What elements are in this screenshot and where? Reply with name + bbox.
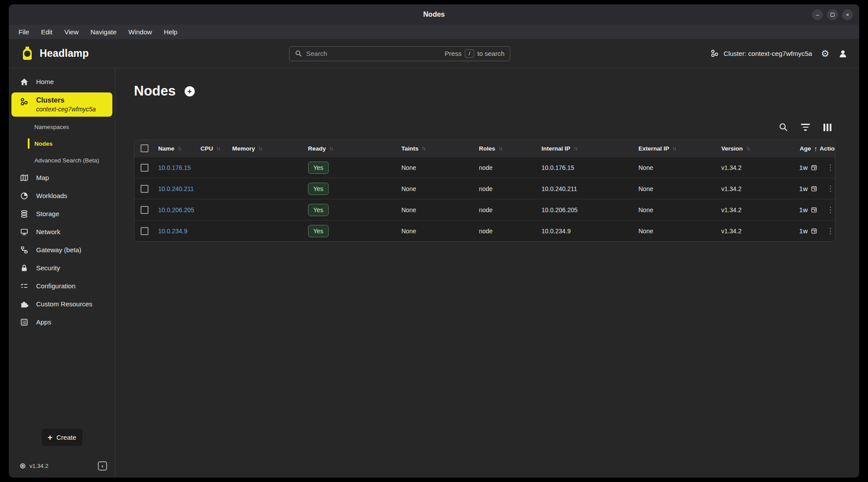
column-header-ready[interactable]: Ready↑↓ (308, 145, 401, 152)
columns-icon[interactable] (822, 122, 833, 132)
menu-navigate[interactable]: Navigate (90, 28, 116, 36)
search-icon (295, 50, 302, 57)
user-account-icon[interactable] (838, 49, 848, 59)
nodes-table: Name↑↓ CPU↑↓ Memory↑↓ Ready↑↓ Taints↑↓ R… (134, 140, 835, 242)
sidebar-item-network[interactable]: Network (9, 223, 115, 241)
sidebar-item-configuration[interactable]: Configuration (9, 277, 115, 295)
menu-bar: File Edit View Navigate Window Help (9, 25, 859, 39)
column-header-internal-ip[interactable]: Internal IP↑↓ (542, 145, 638, 152)
sidebar-item-home[interactable]: Home (9, 73, 115, 91)
search-input[interactable] (306, 50, 441, 57)
sidebar-item-gateway[interactable]: Gateway (beta) (9, 241, 115, 259)
sidebar-item-clusters[interactable]: Clusters context-ceg7wfmyc5a (11, 92, 112, 117)
ready-status-badge: Yes (308, 183, 329, 195)
title-bar[interactable]: Nodes – × (9, 4, 859, 25)
create-button[interactable]: + Create (42, 429, 82, 446)
search-shortcut-hint: Press / to search (445, 49, 504, 58)
taints-cell: None (401, 164, 479, 171)
column-header-roles[interactable]: Roles↑↓ (479, 145, 542, 152)
sidebar-item-workloads[interactable]: Workloads (9, 187, 115, 205)
menu-file[interactable]: File (19, 28, 29, 36)
table-search-icon[interactable] (778, 122, 789, 132)
column-header-cpu[interactable]: CPU↑↓ (200, 145, 232, 152)
row-actions-menu[interactable]: ⋮ (827, 226, 835, 235)
node-name-link[interactable]: 10.0.206.205 (158, 206, 200, 213)
node-name-link[interactable]: 10.0.240.211 (158, 185, 200, 192)
column-header-external-ip[interactable]: External IP↑↓ (638, 145, 721, 152)
filter-icon[interactable] (800, 122, 811, 132)
menu-view[interactable]: View (64, 28, 78, 36)
sidebar-item-apps[interactable]: Apps (9, 313, 115, 331)
settings-gear-icon[interactable]: ⚙ (821, 48, 829, 59)
calendar-icon (811, 206, 817, 213)
version-cell: v1.34.2 (721, 228, 780, 235)
cluster-label: Cluster: context-ceg7wfmyc5a (723, 50, 812, 57)
version-cell: v1.34.2 (721, 164, 780, 171)
version-cell: v1.34.2 (721, 185, 780, 192)
age-cell: 1w (780, 164, 818, 171)
table-row: 10.0.176.15 Yes None node 10.0.176.15 No… (134, 157, 835, 178)
column-header-name[interactable]: Name↑↓ (158, 145, 200, 152)
sort-ascending-icon: ↑ (814, 145, 818, 152)
select-all-checkbox[interactable] (141, 144, 148, 152)
row-actions-menu[interactable]: ⋮ (827, 184, 835, 193)
sort-icon: ↑↓ (258, 145, 262, 151)
row-checkbox[interactable] (141, 206, 148, 214)
brand[interactable]: Headlamp (20, 46, 89, 61)
sidebar-item-advanced-search[interactable]: Advanced Search (Beta) (9, 152, 115, 169)
column-header-taints[interactable]: Taints↑↓ (401, 145, 479, 152)
table-header-row: Name↑↓ CPU↑↓ Memory↑↓ Ready↑↓ Taints↑↓ R… (134, 140, 835, 157)
column-header-version[interactable]: Version↑↓ (721, 145, 780, 152)
window-title: Nodes (423, 11, 445, 18)
taints-cell: None (401, 185, 479, 192)
sidebar-item-namespaces[interactable]: Namespaces (9, 118, 115, 135)
sidebar-item-nodes[interactable]: Nodes (9, 135, 115, 152)
maximize-button[interactable] (827, 9, 838, 20)
ready-status-badge: Yes (308, 204, 329, 216)
menu-edit[interactable]: Edit (41, 28, 52, 36)
menu-window[interactable]: Window (128, 28, 152, 36)
menu-help[interactable]: Help (164, 28, 178, 36)
minimize-button[interactable]: – (812, 9, 823, 20)
calendar-icon (811, 228, 817, 234)
node-name-link[interactable]: 10.0.176.15 (158, 164, 200, 171)
sidebar-item-security[interactable]: Security (9, 259, 115, 277)
cluster-context-label: context-ceg7wfmyc5a (36, 106, 96, 113)
calendar-icon (811, 185, 817, 192)
sidebar-collapse-button[interactable]: ‹ (98, 461, 107, 471)
cluster-selector[interactable]: Cluster: context-ceg7wfmyc5a (710, 49, 812, 58)
node-name-link[interactable]: 10.0.234.9 (158, 228, 200, 235)
version-label: v1.34.2 (30, 463, 48, 469)
clusters-label: Clusters (36, 96, 96, 104)
row-checkbox[interactable] (141, 164, 148, 172)
age-cell: 1w (780, 185, 818, 192)
column-header-memory[interactable]: Memory↑↓ (232, 145, 308, 152)
row-actions-menu[interactable]: ⋮ (827, 163, 835, 172)
calendar-icon (811, 164, 817, 171)
close-button[interactable]: × (842, 9, 853, 20)
table-row: 10.0.206.205 Yes None node 10.0.206.205 … (134, 199, 835, 220)
create-node-button[interactable]: + (185, 86, 195, 96)
network-icon (19, 227, 29, 236)
sidebar-item-storage[interactable]: Storage (9, 205, 115, 223)
sort-icon: ↑↓ (672, 145, 676, 151)
internal-ip-cell: 10.0.206.205 (542, 206, 638, 213)
sidebar-footer: v1.34.2 ‹ (9, 456, 115, 476)
main-content: Nodes + Name↑↓ CPU↑↓ Memory↑↓ (115, 68, 859, 478)
sort-icon: ↑↓ (216, 145, 220, 151)
row-actions-menu[interactable]: ⋮ (827, 205, 835, 214)
sidebar-item-map[interactable]: Map (9, 169, 115, 187)
sidebar: Home Clusters context-ceg7wfmyc5a Namesp… (9, 68, 115, 478)
row-checkbox[interactable] (141, 227, 148, 235)
page-title: Nodes (134, 83, 176, 99)
column-header-age[interactable]: Age↑ (780, 145, 818, 152)
sidebar-item-custom-resources[interactable]: Custom Resources (9, 295, 115, 313)
global-search[interactable]: Press / to search (289, 46, 510, 61)
headlamp-logo-icon (20, 46, 34, 61)
maximize-icon (831, 13, 835, 17)
roles-cell: node (479, 206, 542, 213)
sort-icon: ↑↓ (329, 145, 333, 151)
table-toolbar (134, 119, 835, 135)
row-checkbox[interactable] (141, 185, 148, 193)
table-row: 10.0.240.211 Yes None node 10.0.240.211 … (134, 178, 835, 199)
